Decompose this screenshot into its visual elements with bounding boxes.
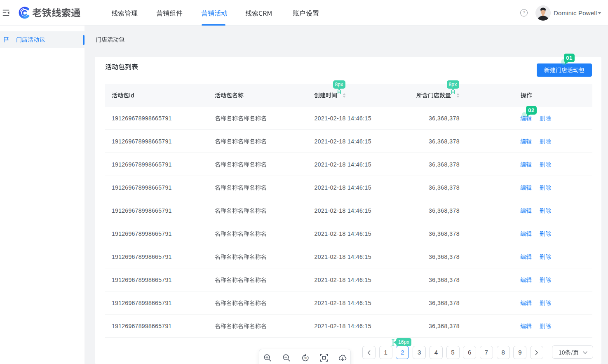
- pagination-page-7[interactable]: 7: [480, 346, 493, 359]
- zoom-out-icon[interactable]: [282, 354, 291, 362]
- pagination-page-1[interactable]: 1: [379, 346, 392, 359]
- measure-marker-icon: [338, 90, 341, 94]
- table-row: 191269678998665791名称名称名称名称名2021-02-18 14…: [105, 107, 592, 130]
- pagination-page-4[interactable]: 4: [430, 346, 443, 359]
- pagination-prev[interactable]: [362, 346, 376, 359]
- nav-tab-4[interactable]: 线索CRM: [245, 10, 272, 19]
- cell-created-at: 2021-02-18 14:46:15: [315, 207, 372, 214]
- cell-id: 191269678998665791: [112, 207, 172, 214]
- cell-created-at: 2021-02-18 14:46:15: [315, 277, 372, 283]
- pagination-page-2[interactable]: 2: [396, 346, 409, 359]
- cell-name: 名称名称名称名称名: [215, 323, 267, 329]
- cell-name: 名称名称名称名称名: [215, 115, 267, 121]
- pagination-page-3[interactable]: 3: [413, 346, 426, 359]
- cell-created-at: 2021-02-18 14:46:15: [315, 161, 372, 168]
- cell-id: 191269678998665791: [112, 300, 172, 306]
- column-header-created_at[interactable]: 创建时间: [314, 92, 337, 98]
- cell-created-at: 2021-02-18 14:46:15: [315, 323, 372, 329]
- column-header-name: 活动包名称: [215, 92, 244, 98]
- cell-created-at: 2021-02-18 14:46:15: [315, 254, 372, 260]
- sidebar-item-store-activity-pack[interactable]: 门店活动包: [0, 31, 85, 48]
- cell-created-at: 2021-02-18 14:46:15: [315, 300, 372, 306]
- cell-name: 名称名称名称名称名: [215, 231, 267, 237]
- delete-link[interactable]: 删除: [540, 277, 551, 283]
- cell-created-at: 2021-02-18 14:46:15: [315, 184, 372, 191]
- logo-text: 老铁线索通: [32, 8, 81, 18]
- create-activity-pack-button[interactable]: 新建门店活动包: [537, 63, 592, 77]
- pagination-page-9[interactable]: 9: [513, 346, 526, 359]
- column-header-id: 活动包id: [112, 92, 134, 98]
- cell-id: 191269678998665791: [112, 254, 172, 260]
- cell-id: 191269678998665791: [112, 184, 172, 191]
- chevron-left-icon: [367, 350, 371, 355]
- delete-link[interactable]: 删除: [540, 208, 551, 214]
- sidebar-item-label: 门店活动包: [16, 37, 45, 42]
- edit-link[interactable]: 编辑: [520, 162, 532, 167]
- user-name[interactable]: Dominic Powell: [554, 9, 597, 16]
- edit-link[interactable]: 编辑: [520, 300, 532, 306]
- avatar[interactable]: [535, 5, 551, 21]
- cell-store-count: 36,368,378: [429, 323, 460, 329]
- nav-tab-3[interactable]: 营销活动: [201, 10, 228, 19]
- page-size-select[interactable]: 10条/页: [552, 345, 593, 359]
- edit-link[interactable]: 编辑: [520, 208, 532, 214]
- cell-id: 191269678998665791: [112, 323, 172, 329]
- cell-name: 名称名称名称名称名: [215, 185, 267, 190]
- cell-store-count: 36,368,378: [429, 300, 460, 306]
- zoom-in-icon[interactable]: [263, 354, 272, 362]
- column-header-store_count[interactable]: 所含门店数量: [416, 92, 451, 98]
- edit-link[interactable]: 编辑: [520, 254, 532, 260]
- logo-icon: [18, 7, 31, 19]
- delete-link[interactable]: 删除: [540, 139, 551, 144]
- cell-name: 名称名称名称名称名: [215, 162, 267, 167]
- cell-created-at: 2021-02-18 14:46:15: [315, 115, 372, 122]
- cell-name: 名称名称名称名称名: [215, 300, 267, 306]
- annotation-label: 8px: [333, 80, 345, 89]
- delete-link[interactable]: 删除: [540, 323, 551, 329]
- table-row: 191269678998665791名称名称名称名称名2021-02-18 14…: [105, 130, 592, 153]
- fit-screen-icon[interactable]: [320, 354, 328, 362]
- table-header-row: [105, 84, 592, 107]
- pagination-page-6[interactable]: 6: [463, 346, 476, 359]
- cloud-download-icon[interactable]: [338, 354, 347, 362]
- measure-marker-icon: [392, 339, 395, 346]
- delete-link[interactable]: 删除: [540, 162, 551, 167]
- edit-link[interactable]: 编辑: [520, 139, 532, 144]
- delete-link[interactable]: 删除: [540, 115, 551, 121]
- cell-id: 191269678998665791: [112, 161, 172, 168]
- sort-icon-store-count[interactable]: [456, 93, 460, 98]
- rotate-90-icon[interactable]: 90: [301, 354, 310, 362]
- pagination-page-8[interactable]: 8: [497, 346, 510, 359]
- cell-name: 名称名称名称名称名: [215, 277, 267, 283]
- help-icon[interactable]: ?: [520, 9, 528, 16]
- pagination-page-5[interactable]: 5: [446, 346, 460, 359]
- active-tab-underline: [202, 24, 225, 26]
- cell-store-count: 36,368,378: [429, 277, 460, 283]
- edit-link[interactable]: 编辑: [520, 185, 532, 190]
- nav-tab-2[interactable]: 营销组件: [156, 10, 183, 19]
- pagination-next[interactable]: [530, 346, 543, 359]
- edit-link[interactable]: 编辑: [520, 231, 532, 237]
- caret-down-icon[interactable]: [598, 12, 601, 14]
- delete-link[interactable]: 删除: [540, 300, 551, 306]
- annotation-label: 8px: [447, 80, 459, 89]
- flag-icon: [3, 37, 9, 42]
- table-row: 191269678998665791名称名称名称名称名2021-02-18 14…: [105, 315, 592, 338]
- cell-name: 名称名称名称名称名: [215, 208, 267, 214]
- delete-link[interactable]: 删除: [540, 231, 551, 237]
- measure-marker-icon: [451, 90, 455, 94]
- menu-fold-icon[interactable]: [2, 9, 9, 16]
- cell-store-count: 36,368,378: [429, 138, 460, 145]
- nav-tab-5[interactable]: 账户设置: [293, 10, 319, 19]
- delete-link[interactable]: 删除: [540, 254, 551, 260]
- sort-icon-created-at[interactable]: [343, 93, 346, 98]
- cell-store-count: 36,368,378: [429, 184, 460, 191]
- edit-link[interactable]: 编辑: [520, 277, 532, 283]
- nav-tab-1[interactable]: 线索管理: [111, 10, 138, 19]
- active-item-indicator: [83, 35, 85, 45]
- cell-store-count: 36,368,378: [429, 161, 460, 168]
- edit-link[interactable]: 编辑: [520, 323, 532, 329]
- cell-created-at: 2021-02-18 14:46:15: [315, 138, 372, 145]
- chevron-down-icon: [583, 351, 587, 354]
- delete-link[interactable]: 删除: [540, 185, 551, 190]
